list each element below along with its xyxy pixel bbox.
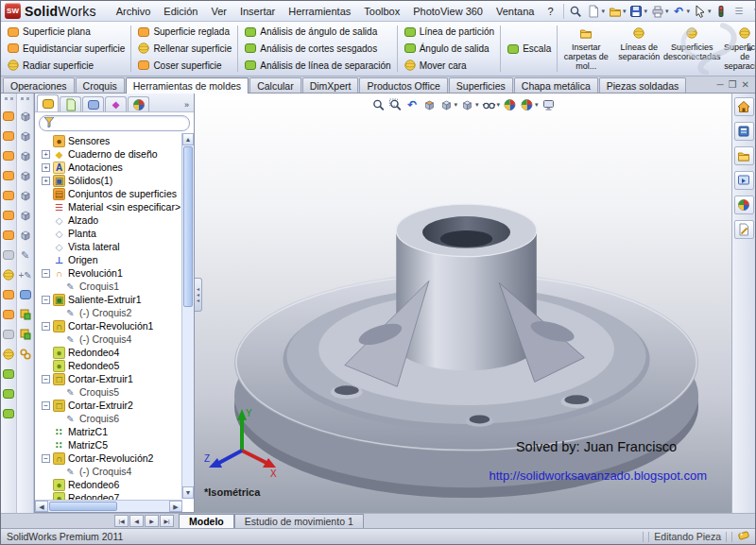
tab-croquis[interactable]: Croquis (76, 77, 125, 93)
radiate-surface-button[interactable]: Radiar superficie (4, 58, 128, 74)
tree-item--croquis2[interactable]: ✎(-) Croquis2 (38, 306, 194, 319)
trim-surface-icon[interactable] (2, 149, 15, 162)
flatten-surface-icon[interactable] (2, 407, 15, 420)
graphics-viewport[interactable]: ↶▾▾▾▾ ◂◂◂ (195, 94, 731, 513)
radiate-surface-icon[interactable] (2, 268, 15, 281)
bottom-view-icon[interactable] (19, 209, 32, 222)
displaymanager-tab[interactable] (128, 96, 149, 111)
back-view-icon[interactable] (19, 129, 32, 143)
model-tab-estudio-de-movimiento-1[interactable]: Estudio de movimiento 1 (234, 514, 364, 529)
design-library-tab[interactable] (734, 122, 754, 141)
appearances-tab[interactable] (734, 196, 754, 214)
custom-properties-tab[interactable] (734, 220, 754, 239)
draft-button[interactable]: Ángulo de salida (401, 41, 498, 57)
expand-toggle-icon[interactable]: − (42, 375, 50, 383)
tab-herramientas-de-moldes[interactable]: Herramientas de moldes (126, 77, 249, 94)
zoom-fit-icon[interactable] (369, 96, 386, 112)
tab-piezas-soldadas[interactable]: Piezas soldadas (599, 77, 686, 93)
tree-item-sensores[interactable]: ●Sensores (38, 134, 194, 147)
shut-off-surfaces-button[interactable]: Superficies desconectadas (665, 23, 718, 75)
open-document-icon[interactable] (606, 3, 624, 20)
select-cursor-dropdown-icon[interactable]: ▾ (708, 8, 712, 15)
tree-horizontal-scrollbar[interactable]: ◀▶ (35, 500, 182, 512)
convert-entities-icon[interactable] (19, 308, 32, 321)
panel-tabs-overflow-button[interactable]: » (181, 100, 192, 111)
new-document-icon[interactable] (585, 3, 603, 20)
tree-item-origen[interactable]: ⊥Origen (38, 253, 194, 266)
tree-item-alzado[interactable]: ◇Alzado (38, 213, 194, 227)
sketch-icon[interactable]: ✎ (19, 248, 32, 262)
doc-close-button[interactable]: ✕ (742, 79, 749, 90)
menu-ver[interactable]: Ver (204, 4, 233, 19)
insert-mold-folders-button[interactable]: Insertar carpetas de mol... (559, 23, 612, 75)
options-icon[interactable]: ☰ (730, 3, 748, 20)
tree-item-croquis6[interactable]: ✎Croquis6 (38, 412, 194, 425)
tree-item--croquis4[interactable]: ✎(-) Croquis4 (38, 465, 194, 478)
left-view-icon[interactable] (19, 149, 32, 162)
thicken-icon[interactable] (2, 288, 15, 301)
tree-item-material-sin-especificar-[interactable]: ☰Material <sin especificar> (38, 200, 194, 213)
tree-item-redondeo4[interactable]: ●Redondeo4 (38, 346, 194, 359)
menu-toolbox[interactable]: Toolbox (357, 4, 406, 19)
expand-toggle-icon[interactable]: − (42, 296, 50, 304)
tab-superficies[interactable]: Superficies (449, 77, 513, 93)
view-settings-dropdown-icon[interactable]: ▾ (535, 101, 539, 109)
planar-surface-button[interactable]: Superficie plana (4, 24, 128, 40)
section-view-icon[interactable] (421, 96, 437, 112)
parting-lines-button[interactable]: Líneas de separación (612, 23, 665, 75)
parting-line-analysis-button[interactable]: Análisis de línea de separación (241, 58, 393, 74)
tab-calcular[interactable]: Calcular (249, 77, 301, 93)
isometric-view-icon[interactable] (19, 229, 32, 242)
rebuild-icon[interactable] (713, 3, 730, 20)
menu-ventana[interactable]: Ventana (490, 4, 541, 19)
last-tab-icon[interactable]: ▶| (160, 515, 174, 527)
hide-show-items-dropdown-icon[interactable]: ▾ (497, 101, 501, 109)
print-dropdown-icon[interactable]: ▾ (665, 8, 669, 15)
tree-item-conjuntos-de-superficies[interactable]: ▤Conjuntos de superficies (38, 187, 194, 200)
menu-archivo[interactable]: Archivo (110, 4, 158, 19)
draft-analysis-button[interactable]: Análisis de ángulo de salida (241, 24, 393, 40)
menu-insertar[interactable]: Insertar (233, 4, 282, 19)
expand-toggle-icon[interactable]: − (42, 401, 50, 410)
tree-vertical-scrollbar[interactable]: ▲▼ (181, 133, 194, 499)
extend-surface-icon[interactable] (2, 110, 15, 123)
file-explorer-tab[interactable] (734, 146, 754, 165)
right-view-icon[interactable] (19, 169, 32, 182)
tree-item-cortar-revoluci-n2[interactable]: −∩Cortar-Revolución2 (38, 451, 194, 465)
toolbar-overflow-button[interactable]: » (747, 43, 752, 54)
tab-chapa-met-lica[interactable]: Chapa metálica (514, 77, 598, 93)
view-palette-tab[interactable] (734, 171, 754, 190)
menu-edici-n[interactable]: Edición (157, 4, 204, 19)
doc-restore-button[interactable]: ❒ (729, 79, 737, 90)
help-icon[interactable]: ? (748, 3, 756, 20)
delete-face-icon[interactable] (2, 209, 15, 222)
ruled-surface-icon[interactable] (2, 129, 15, 143)
tree-item-revoluci-n1[interactable]: −∩Revolución1 (38, 266, 194, 280)
print-icon[interactable] (648, 3, 666, 20)
display-style-icon[interactable] (459, 96, 475, 112)
tree-item-croquis5[interactable]: ✎Croquis5 (38, 385, 194, 399)
tree-item-croquis1[interactable]: ✎Croquis1 (38, 280, 194, 293)
new-document-dropdown-icon[interactable]: ▾ (602, 8, 606, 15)
tree-item-vista-lateral[interactable]: ◇Vista lateral (38, 240, 194, 253)
expand-toggle-icon[interactable]: + (42, 150, 50, 159)
doc-minimize-button[interactable]: ─ (717, 79, 724, 90)
spline-surface-icon[interactable] (2, 387, 15, 400)
tag-icon[interactable] (737, 530, 749, 543)
tree-item-redondeo5[interactable]: ●Redondeo5 (38, 359, 194, 372)
blog-url-text[interactable]: http://solidworksavanzado.blogspot.com (489, 468, 707, 483)
tree-item-cortar-revoluci-n1[interactable]: −∩Cortar-Revolución1 (38, 319, 194, 332)
open-document-dropdown-icon[interactable]: ▾ (623, 8, 627, 15)
replace-face-icon[interactable] (2, 189, 15, 202)
tree-item-redondeo7[interactable]: ●Redondeo7 (38, 491, 194, 500)
knit-surface-button[interactable]: Coser superficie (134, 58, 234, 74)
tree-item-planta[interactable]: ◇Planta (38, 227, 194, 240)
tree-item-cortar-extruir1[interactable]: −□Cortar-Extruir1 (38, 372, 194, 385)
save-icon[interactable] (627, 3, 645, 20)
link-icon[interactable] (19, 348, 32, 361)
freeform-icon[interactable] (2, 367, 15, 381)
featuremanager-tab[interactable] (37, 94, 59, 111)
expand-toggle-icon[interactable]: + (42, 177, 50, 185)
tree-item-cortar-extruir2[interactable]: −□Cortar-Extruir2 (38, 399, 194, 412)
tree-item--croquis4[interactable]: ✎(-) Croquis4 (38, 332, 194, 346)
